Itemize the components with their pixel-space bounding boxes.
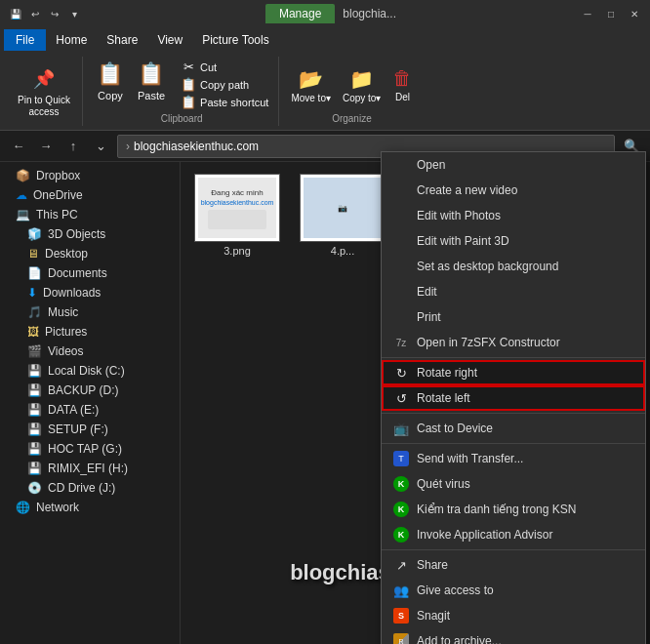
paste-icon: 📋 <box>138 60 165 88</box>
ctx-edit-icon <box>393 284 409 300</box>
sidebar-item-pictures[interactable]: 🖼 Pictures <box>0 322 180 342</box>
ctx-edit-photos[interactable]: Edit with Photos <box>382 203 645 228</box>
path-text: blogchiasekienthuc.com <box>134 140 259 153</box>
thumb-bar-3png <box>208 210 266 229</box>
cut-label: Cut <box>200 61 217 73</box>
ctx-give-access-label: Give access to <box>417 584 633 597</box>
ctx-snagit[interactable]: S Snagit <box>382 603 645 628</box>
sidebar-item-dropbox[interactable]: 📦 Dropbox <box>0 166 180 185</box>
pin-icon: 📌 <box>30 65 58 93</box>
sidebar-item-hoctap-g[interactable]: 💾 HOC TAP (G:) <box>0 439 180 459</box>
winrar-1-icon: R <box>393 633 409 644</box>
sidebar-item-data-e[interactable]: 💾 DATA (E:) <box>0 400 180 420</box>
ctx-rotate-right-label: Rotate right <box>417 366 633 380</box>
blogchia-tab[interactable]: blogchia... <box>343 7 396 20</box>
back-button[interactable]: ← <box>8 136 29 157</box>
sidebar-item-rimix-h[interactable]: 💾 RIMIX_EFI (H:) <box>0 459 180 478</box>
file-item-3png[interactable]: Đang xác minh blogchiasekienthuc.com 3.p… <box>188 170 286 261</box>
ctx-set-desktop-bg-icon <box>393 259 409 274</box>
ctx-ksn[interactable]: K Kiểm tra danh tiếng trong KSN <box>382 497 645 522</box>
music-icon: 🎵 <box>27 305 42 319</box>
sidebar-item-thispc[interactable]: 💻 This PC <box>0 205 180 224</box>
pictures-icon: 🖼 <box>27 325 39 339</box>
move-to-button[interactable]: 📂 Move to▾ <box>287 65 335 105</box>
undo-icon[interactable]: ↩ <box>27 6 43 21</box>
sidebar-item-music[interactable]: 🎵 Music <box>0 302 180 322</box>
ctx-edit-paint3d[interactable]: Edit with Paint 3D <box>382 228 645 254</box>
sidebar-item-setup-f[interactable]: 💾 SETUP (F:) <box>0 420 180 439</box>
ctx-edit-photos-label: Edit with Photos <box>417 209 633 222</box>
redo-icon[interactable]: ↪ <box>47 6 62 21</box>
maximize-icon[interactable]: □ <box>603 6 619 21</box>
ctx-rotate-right[interactable]: ↻ Rotate right <box>382 360 645 385</box>
ctx-sep-4 <box>382 549 645 550</box>
copy-to-button[interactable]: 📁 Copy to▾ <box>339 65 385 105</box>
sidebar-item-onedrive[interactable]: ☁ OneDrive <box>0 185 180 205</box>
sidebar-item-cd-j[interactable]: 💿 CD Drive (J:) <box>0 478 180 498</box>
ctx-edit-paint3d-label: Edit with Paint 3D <box>417 234 633 248</box>
sidebar: 📦 Dropbox ☁ OneDrive 💻 This PC 🧊 3D Obje… <box>0 162 181 644</box>
ctx-scan-virus-label: Quét virus <box>417 477 633 491</box>
ctx-set-desktop-bg[interactable]: Set as desktop background <box>382 254 645 279</box>
ctx-open[interactable]: Open <box>382 152 645 178</box>
ctx-ksn-label: Kiểm tra danh tiếng trong KSN <box>417 503 633 516</box>
menu-file[interactable]: File <box>4 29 46 51</box>
sidebar-item-videos[interactable]: 🎬 Videos <box>0 342 180 361</box>
sidebar-item-label: Dropbox <box>36 169 80 182</box>
paste-shortcut-label: Paste shortcut <box>200 97 268 108</box>
ctx-edit[interactable]: Edit <box>382 279 645 304</box>
minimize-icon[interactable]: ─ <box>580 6 595 21</box>
sidebar-item-network[interactable]: 🌐 Network <box>0 498 180 517</box>
sidebar-item-documents[interactable]: 📄 Documents <box>0 263 180 283</box>
file-thumb-3png: Đang xác minh blogchiasekienthuc.com <box>194 174 280 242</box>
ctx-add-archive-label: Add to archive... <box>417 634 633 644</box>
menu-share[interactable]: Share <box>97 29 147 51</box>
cut-icon: ✂ <box>181 60 196 74</box>
dropdown-icon[interactable]: ▾ <box>66 6 82 21</box>
close-icon[interactable]: ✕ <box>627 6 642 21</box>
ctx-open-label: Open <box>417 158 633 172</box>
ctx-7zsfx[interactable]: 7z Open in 7zSFX Constructor <box>382 330 645 355</box>
copy-path-button[interactable]: 📋 Copy path <box>179 76 270 93</box>
menu-view[interactable]: View <box>147 29 192 51</box>
ctx-scan-virus[interactable]: K Quét virus <box>382 471 645 497</box>
ctx-rotate-left[interactable]: ↺ Rotate left <box>382 385 645 411</box>
ctx-print[interactable]: Print <box>382 304 645 330</box>
sidebar-item-desktop[interactable]: 🖥 Desktop <box>0 244 180 263</box>
sidebar-item-downloads[interactable]: ⬇ Downloads <box>0 283 180 302</box>
disk-h-icon: 💾 <box>27 462 42 475</box>
ribbon-clipboard-group: 📋 Copy 📋 Paste ✂ Cut 📋 Copy path 📋 <box>85 57 279 126</box>
forward-button[interactable]: → <box>35 136 57 157</box>
sidebar-item-3dobjects[interactable]: 🧊 3D Objects <box>0 224 180 244</box>
ctx-give-access[interactable]: 👥 Give access to <box>382 578 645 603</box>
thumb-url-3png: blogchiasekienthuc.com <box>201 199 274 206</box>
ctx-add-archive[interactable]: R Add to archive... <box>382 628 645 644</box>
paste-shortcut-button[interactable]: 📋 Paste shortcut <box>179 94 270 110</box>
delete-button[interactable]: 🗑 Del <box>388 65 416 104</box>
sidebar-item-local-c[interactable]: 💾 Local Disk (C:) <box>0 361 180 381</box>
sidebar-item-label: SETUP (F:) <box>48 423 108 436</box>
ctx-app-advisor[interactable]: K Invoke Application Advisor <box>382 522 645 547</box>
manage-tab[interactable]: Manage <box>265 4 335 23</box>
file-name-4png: 4.p... <box>331 245 354 257</box>
ctx-create-video-icon <box>393 182 409 198</box>
pin-to-quick-access-button[interactable]: 📌 Pin to Quickaccess <box>14 63 74 120</box>
menu-picture-tools[interactable]: Picture Tools <box>192 29 278 51</box>
up-button[interactable]: ↑ <box>62 136 84 157</box>
recent-button[interactable]: ⌄ <box>90 136 111 157</box>
file-name-3png: 3.png <box>223 245 251 257</box>
menu-home[interactable]: Home <box>46 29 97 51</box>
ctx-set-desktop-bg-label: Set as desktop background <box>417 260 633 273</box>
title-bar: 💾 ↩ ↪ ▾ Manage blogchia... ─ □ ✕ <box>0 0 650 27</box>
copy-button[interactable]: 📋 Copy <box>93 59 128 103</box>
save-icon[interactable]: 💾 <box>8 6 23 21</box>
ctx-share[interactable]: ↗ Share <box>382 552 645 578</box>
sidebar-item-backup-d[interactable]: 💾 BACKUP (D:) <box>0 381 180 400</box>
paste-button[interactable]: 📋 Paste <box>134 59 169 103</box>
file-item-4png[interactable]: 📷 4.p... <box>294 170 391 261</box>
ctx-send-transfer[interactable]: T Send with Transfer... <box>382 446 645 471</box>
ctx-create-video[interactable]: Create a new video <box>382 178 645 203</box>
ctx-cast-device[interactable]: 📺 Cast to Device <box>382 416 645 441</box>
ctx-rotate-left-icon: ↺ <box>393 390 409 406</box>
cut-button[interactable]: ✂ Cut <box>179 59 270 75</box>
